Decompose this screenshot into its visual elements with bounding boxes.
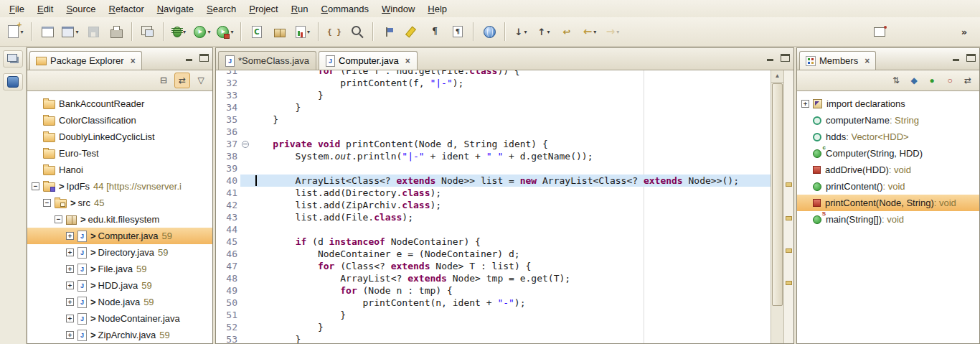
code-line[interactable]: 32 printContent(f, "|-"); (216, 77, 771, 89)
code-line[interactable]: 38 System.out.println("|-" + ident + " "… (216, 150, 771, 162)
previous-annotation-button[interactable]: ▾ (532, 22, 555, 42)
close-tab-icon[interactable]: × (405, 57, 410, 65)
code-line[interactable]: 52 } (216, 321, 771, 333)
restore-views-button[interactable] (3, 50, 23, 68)
collapse-region-icon[interactable] (242, 141, 249, 148)
expand-icon[interactable]: + (66, 331, 74, 339)
hide-fields-button[interactable]: ◆ (907, 73, 921, 88)
dropdown-arrow-icon[interactable]: ▾ (183, 29, 186, 35)
code-line[interactable]: 51 } (216, 309, 771, 321)
minimized-view-button[interactable] (3, 73, 23, 90)
close-view-icon[interactable]: × (131, 57, 136, 65)
code-line[interactable]: 39 (216, 162, 771, 175)
show-whitespace-button[interactable] (423, 22, 446, 42)
tree-item[interactable]: +>HDD.java59 (27, 277, 212, 294)
code-line[interactable]: 49 for (Node n : tmp) { (216, 284, 771, 297)
collapse-icon[interactable]: − (55, 215, 62, 223)
minimize-view-button[interactable] (184, 54, 194, 62)
open-type-button[interactable] (323, 22, 346, 42)
dropdown-arrow-icon[interactable]: ▾ (75, 29, 78, 35)
occurrence-marker-icon[interactable] (786, 281, 792, 285)
tree-item[interactable]: ColorClassification (27, 112, 212, 129)
tree-item[interactable]: +>File.java59 (27, 261, 212, 277)
member-item[interactable]: addDrive(HDD) : void (797, 162, 979, 178)
back-history-button[interactable]: ▾ (578, 22, 601, 42)
close-view-icon[interactable]: × (864, 57, 870, 65)
expand-icon[interactable]: + (66, 282, 74, 289)
code-line[interactable]: 34 } (216, 101, 771, 113)
new-wizard-button[interactable]: ▾ (4, 22, 27, 42)
tree-item[interactable]: Euro-Test (27, 145, 212, 162)
dropdown-arrow-icon[interactable]: ▾ (207, 29, 210, 35)
tree-item[interactable]: BankAccountReader (27, 96, 212, 112)
member-item[interactable]: printContent() : void (797, 178, 979, 195)
menu-edit[interactable]: Edit (31, 1, 60, 17)
scrollbar-thumb[interactable] (772, 83, 783, 306)
external-tools-button[interactable]: ▾ (214, 22, 237, 42)
tree-item[interactable]: +>Directory.java59 (27, 244, 212, 261)
dropdown-arrow-icon[interactable]: ▾ (593, 29, 596, 35)
dropdown-arrow-icon[interactable]: ▾ (616, 29, 619, 35)
maximize-editor-button[interactable] (781, 54, 790, 62)
bookmark-button[interactable] (377, 22, 400, 42)
editor-tab[interactable]: *SomeClass.java (218, 51, 316, 70)
view-menu-button[interactable]: ▽ (194, 73, 208, 88)
link-with-editor-button[interactable]: ⇄ (174, 73, 190, 88)
occurrence-marker-icon[interactable] (786, 182, 792, 187)
open-window-button[interactable] (36, 22, 59, 42)
hide-static-members-button[interactable]: ● (925, 73, 939, 88)
tree-item[interactable]: +>Node.java59 (27, 294, 212, 310)
tree-item[interactable]: Hanoi (27, 162, 212, 178)
hide-non-public-button[interactable]: ○ (943, 73, 957, 88)
code-line[interactable]: 36 (216, 126, 771, 138)
run-button[interactable]: ▾ (191, 22, 214, 42)
menu-file[interactable]: File (3, 1, 31, 17)
minimize-editor-button[interactable] (765, 54, 775, 62)
code-line[interactable]: 46 NodeContainer e = (NodeContainer) d; (216, 248, 771, 260)
build-all-button[interactable] (136, 22, 159, 42)
coverage-button[interactable]: ▾ (291, 22, 314, 42)
dropdown-arrow-icon[interactable]: ▾ (307, 29, 310, 35)
expand-icon[interactable]: + (66, 265, 74, 273)
tree-item[interactable]: −>src45 (27, 195, 212, 211)
expand-icon[interactable]: + (66, 298, 74, 306)
tree-item[interactable]: +>Computer.java59 (27, 228, 212, 244)
expand-icon[interactable]: + (66, 248, 74, 256)
code-line[interactable]: 31 for (File f : hdd.get(File.class)) { (216, 70, 771, 77)
open-window-menu-button[interactable]: ▾ (59, 22, 82, 42)
link-with-editor-button[interactable]: ⇄ (961, 73, 975, 88)
expand-icon[interactable]: + (66, 232, 74, 240)
package-explorer-tab[interactable]: Package Explorer × (29, 51, 142, 70)
dropdown-arrow-icon[interactable]: ▾ (20, 29, 23, 35)
dropdown-arrow-icon[interactable]: ▾ (524, 29, 527, 35)
code-line[interactable]: 44 (216, 223, 771, 236)
overview-ruler[interactable] (783, 70, 793, 343)
tree-item[interactable]: −>IpdFs44 [https://svnserver.i (27, 178, 212, 195)
code-line[interactable]: 40 ArrayList<Class<? extends Node>> list… (216, 175, 771, 187)
menu-window[interactable]: Window (375, 1, 421, 17)
minimize-view-button[interactable] (951, 54, 961, 62)
member-item[interactable]: hdds : Vector<HDD> (797, 129, 979, 145)
menu-help[interactable]: Help (421, 1, 453, 17)
code-line[interactable]: 41 list.add(Directory.class); (216, 187, 771, 199)
editor-scrollbar[interactable]: ▲ (771, 70, 783, 343)
toolbar-overflow-button[interactable] (953, 22, 976, 42)
member-item[interactable]: +import declarations (797, 96, 979, 112)
maximize-view-button[interactable] (199, 54, 209, 62)
code-line[interactable]: 42 list.add(ZipArchiv.class); (216, 199, 771, 211)
code-line[interactable]: 33 } (216, 89, 771, 101)
code-line[interactable]: 45 if (d instanceof NodeContainer) { (216, 236, 771, 248)
occurrence-marker-icon[interactable] (786, 248, 792, 253)
member-item[interactable]: Smain(String[]) : void (797, 211, 979, 228)
code-line[interactable]: 37 private void printContent(Node d, Str… (216, 138, 771, 150)
expand-icon[interactable]: + (66, 315, 74, 322)
code-line[interactable]: 50 printContent(n, ident + "-"); (216, 297, 771, 309)
code-editor[interactable]: 31 for (File f : hdd.get(File.class)) {3… (216, 70, 771, 343)
new-java-class-button[interactable] (245, 22, 268, 42)
tree-item[interactable]: +>ZipArchiv.java59 (27, 327, 212, 343)
sort-members-button[interactable]: ⇅ (889, 73, 903, 88)
code-line[interactable]: 53 } (216, 333, 771, 343)
collapse-icon[interactable]: − (43, 199, 51, 207)
open-web-browser-button[interactable] (478, 22, 501, 42)
search-button[interactable] (346, 22, 369, 42)
